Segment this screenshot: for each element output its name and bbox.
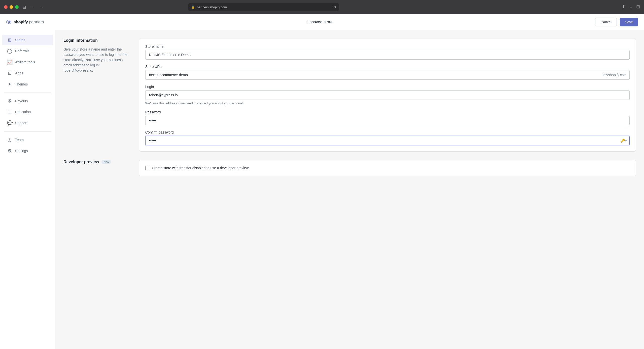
app-layout: 🛍 shopify partners Unsaved store Cancel … xyxy=(0,14,644,349)
reload-icon[interactable]: ↻ xyxy=(333,5,336,9)
sidebar-item-stores[interactable]: ⊞ Stores xyxy=(2,35,53,45)
team-icon: ◎ xyxy=(7,137,12,143)
confirm-password-wrapper: 🔑 ▾ xyxy=(145,136,630,145)
sidebar-item-apps[interactable]: ⊡ Apps xyxy=(2,68,53,78)
login-group: Login We'll use this address if we need … xyxy=(145,85,630,105)
address-bar[interactable]: 🔒 partners.shopify.com ↻ xyxy=(188,3,339,11)
store-url-input[interactable] xyxy=(145,70,630,80)
referrals-icon: ◯ xyxy=(7,48,12,54)
store-name-label: Store name xyxy=(145,45,630,49)
cancel-button[interactable]: Cancel xyxy=(595,18,617,26)
sidebar-label-payouts: Payouts xyxy=(15,99,28,103)
sidebar-label-apps: Apps xyxy=(15,71,23,75)
top-bar: 🛍 shopify partners Unsaved store Cancel … xyxy=(0,14,644,30)
traffic-lights xyxy=(4,5,19,9)
content-area: Login information Give your store a name… xyxy=(55,30,644,349)
sidebar-label-referrals: Referrals xyxy=(15,49,29,53)
sidebar-label-support: Support xyxy=(15,121,27,125)
store-url-wrapper: .myshopify.com xyxy=(145,70,630,80)
logo-partners-text: partners xyxy=(29,20,44,24)
key-icon: 🔑 xyxy=(621,139,625,143)
url-suffix: .myshopify.com xyxy=(602,73,627,77)
browser-actions: ⬆ ＋ ⊞ xyxy=(622,4,640,10)
login-section-description: Login information Give your store a name… xyxy=(63,38,129,152)
back-button[interactable]: ← xyxy=(30,4,36,10)
sidebar-item-settings[interactable]: ⚙ Settings xyxy=(2,146,53,156)
developer-preview-title: Developer preview xyxy=(63,160,99,164)
developer-preview-checkbox[interactable] xyxy=(145,166,149,170)
confirm-password-input[interactable] xyxy=(145,136,630,145)
sidebar-label-themes: Themes xyxy=(15,82,28,86)
login-section: Login information Give your store a name… xyxy=(63,38,636,152)
browser-chrome: ⊟ ← → 🔒 partners.shopify.com ↻ ⬆ ＋ ⊞ xyxy=(0,0,644,14)
store-name-input[interactable] xyxy=(145,50,630,60)
login-form-card: Store name Store URL .myshopify.com Logi… xyxy=(139,38,636,152)
password-input[interactable] xyxy=(145,116,630,125)
sidebar-item-referrals[interactable]: ◯ Referrals xyxy=(2,46,53,56)
login-hint: We'll use this address if we need to con… xyxy=(145,101,630,105)
page-title: Unsaved store xyxy=(50,20,589,24)
apps-icon: ⊡ xyxy=(7,70,12,76)
fullscreen-button[interactable] xyxy=(15,5,19,9)
share-icon[interactable]: ⬆ xyxy=(622,4,626,10)
developer-preview-card: Create store with transfer disabled to u… xyxy=(139,160,636,176)
url-text: partners.shopify.com xyxy=(197,5,227,9)
password-label: Password xyxy=(145,110,630,114)
sidebar-item-education[interactable]: ☐ Education xyxy=(2,107,53,117)
grid-icon[interactable]: ⊞ xyxy=(636,4,640,10)
education-icon: ☐ xyxy=(7,109,12,115)
close-button[interactable] xyxy=(4,5,8,9)
login-label: Login xyxy=(145,85,630,89)
shopify-logo-icon: 🛍 xyxy=(6,19,12,25)
themes-icon: ✦ xyxy=(7,81,12,87)
login-section-body: Give your store a name and enter the pas… xyxy=(63,47,129,73)
save-button[interactable]: Save xyxy=(620,18,638,26)
developer-preview-description: Developer preview New xyxy=(63,160,129,176)
login-input[interactable] xyxy=(145,90,630,100)
sidebar-label-team: Team xyxy=(15,138,24,142)
sidebar-label-education: Education xyxy=(15,110,31,114)
sidebar-item-support[interactable]: 💬 Support xyxy=(2,118,53,128)
developer-preview-checkbox-group: Create store with transfer disabled to u… xyxy=(145,166,630,170)
stores-icon: ⊞ xyxy=(7,37,12,43)
sidebar-item-themes[interactable]: ✦ Themes xyxy=(2,79,53,90)
top-bar-actions: Cancel Save xyxy=(595,18,638,26)
password-reveal-icon[interactable]: 🔑 ▾ xyxy=(621,139,627,143)
nav-separator-2 xyxy=(4,131,51,132)
new-badge: New xyxy=(101,160,111,164)
sidebar-item-team[interactable]: ◎ Team xyxy=(2,135,53,145)
store-url-group: Store URL .myshopify.com xyxy=(145,65,630,80)
developer-preview-section: Developer preview New Create store with … xyxy=(63,160,636,176)
login-section-title: Login information xyxy=(63,38,129,43)
affiliate-tools-icon: 📈 xyxy=(7,59,12,65)
sidebar-item-affiliate-tools[interactable]: 📈 Affiliate tools xyxy=(2,57,53,67)
minimize-button[interactable] xyxy=(10,5,13,9)
settings-icon: ⚙ xyxy=(7,148,12,154)
nav-separator-1 xyxy=(4,93,51,93)
store-name-group: Store name xyxy=(145,45,630,60)
sidebar-label-affiliate-tools: Affiliate tools xyxy=(15,60,35,64)
developer-preview-checkbox-label: Create store with transfer disabled to u… xyxy=(152,166,248,170)
sidebar-item-payouts[interactable]: $ Payouts xyxy=(2,96,53,106)
password-group: Password xyxy=(145,110,630,125)
chevron-down-icon: ▾ xyxy=(625,139,627,142)
support-icon: 💬 xyxy=(7,120,12,126)
sidebar: ⊞ Stores ◯ Referrals 📈 Affiliate tools ⊡… xyxy=(0,30,55,349)
sidebar-label-stores: Stores xyxy=(15,38,25,42)
main-area: ⊞ Stores ◯ Referrals 📈 Affiliate tools ⊡… xyxy=(0,30,644,349)
dev-title-row: Developer preview New xyxy=(63,160,129,164)
new-tab-icon[interactable]: ＋ xyxy=(629,4,633,10)
logo-text: shopify partners xyxy=(14,20,44,24)
confirm-password-group: Confirm password 🔑 ▾ xyxy=(145,130,630,145)
sidebar-toggle[interactable]: ⊟ xyxy=(22,4,27,11)
lock-icon: 🔒 xyxy=(191,5,195,9)
forward-button[interactable]: → xyxy=(39,4,45,10)
payouts-icon: $ xyxy=(7,98,12,104)
store-url-label: Store URL xyxy=(145,65,630,69)
confirm-password-label: Confirm password xyxy=(145,130,630,134)
sidebar-label-settings: Settings xyxy=(15,149,28,153)
logo: 🛍 shopify partners xyxy=(6,19,44,25)
